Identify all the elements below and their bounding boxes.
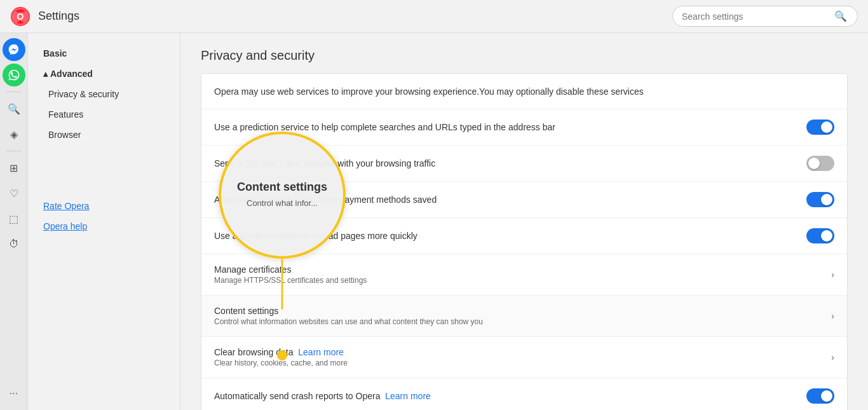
news-button[interactable]: ◈ bbox=[3, 123, 25, 146]
search-box[interactable]: 🔍 bbox=[672, 6, 858, 27]
row-text-prediction-address: Use a prediction service to help complet… bbox=[214, 122, 806, 132]
crash-reports-learn-more-link[interactable]: Learn more bbox=[385, 391, 431, 401]
more-button[interactable]: ··· bbox=[3, 382, 25, 405]
nav-sidebar: Basic ▴ Advanced Privacy & security Feat… bbox=[28, 33, 180, 410]
whatsapp-button[interactable] bbox=[3, 64, 25, 86]
svg-text:O: O bbox=[17, 11, 24, 22]
row-text-manage-certs: Manage certificates Manage HTTPS/SSL cer… bbox=[214, 264, 831, 285]
content-area: Content settings Control what infor... P… bbox=[180, 33, 868, 410]
opera-logo: O bbox=[10, 6, 31, 27]
topbar: O Settings 🔍 bbox=[0, 0, 868, 33]
section-title: Privacy and security bbox=[201, 48, 848, 63]
history-button[interactable]: ⏱ bbox=[3, 233, 25, 256]
arrow-right-clear: › bbox=[831, 352, 834, 362]
apps-button[interactable]: ⊞ bbox=[3, 156, 25, 179]
toggle-payment-methods[interactable] bbox=[806, 192, 834, 207]
row-text-content-settings: Content settings Control what informatio… bbox=[214, 306, 831, 326]
settings-row-prediction-address: Use a prediction service to help complet… bbox=[201, 109, 847, 146]
sidebar-item-basic[interactable]: Basic bbox=[28, 43, 180, 64]
toggle-prediction-address[interactable] bbox=[806, 120, 834, 135]
sidebar-item-advanced[interactable]: ▴ Advanced bbox=[28, 64, 180, 84]
search-input[interactable] bbox=[682, 11, 834, 22]
toggle-do-not-track[interactable] bbox=[806, 156, 834, 171]
toggle-prediction-load[interactable] bbox=[806, 228, 834, 243]
row-text-payment-methods: Allow sites to check if you have payment… bbox=[214, 195, 806, 205]
toggle-crash-reports[interactable] bbox=[806, 388, 834, 404]
sidebar-item-features[interactable]: Features bbox=[28, 104, 180, 125]
settings-row-clear-browsing[interactable]: Clear browsing data Learn more Clear his… bbox=[201, 337, 847, 378]
settings-row-prediction-load: Use a prediction service to load pages m… bbox=[201, 218, 847, 254]
settings-row-crash-reports: Automatically send crash reports to Oper… bbox=[201, 378, 847, 410]
snapshot-button[interactable]: ⬚ bbox=[3, 207, 25, 230]
toggle-slider-dnt bbox=[806, 156, 834, 171]
settings-card: Opera may use web services to improve yo… bbox=[201, 73, 848, 410]
messenger-button[interactable] bbox=[3, 38, 25, 61]
toggle-slider bbox=[806, 120, 834, 135]
row-text-clear-browsing: Clear browsing data Learn more Clear his… bbox=[214, 347, 831, 367]
row-text-web-services: Opera may use web services to improve yo… bbox=[214, 86, 834, 97]
settings-row-web-services: Opera may use web services to improve yo… bbox=[201, 74, 847, 109]
toggle-slider-payment bbox=[806, 192, 834, 207]
row-text-do-not-track: Send a "Do Not Track" request with your … bbox=[214, 158, 806, 168]
settings-row-payment-methods: Allow sites to check if you have payment… bbox=[201, 182, 847, 218]
settings-row-manage-certs[interactable]: Manage certificates Manage HTTPS/SSL cer… bbox=[201, 254, 847, 296]
toggle-slider-load bbox=[806, 228, 834, 243]
opera-help-link[interactable]: Opera help bbox=[28, 216, 180, 236]
search-sidebar-button[interactable]: 🔍 bbox=[3, 97, 25, 120]
rate-opera-link[interactable]: Rate Opera bbox=[28, 196, 180, 216]
row-text-prediction-load: Use a prediction service to load pages m… bbox=[214, 231, 806, 241]
toggle-slider-crash bbox=[806, 388, 834, 404]
arrow-right-content: › bbox=[831, 311, 834, 321]
main-layout: 🔍 ◈ ⊞ ♡ ⬚ ⏱ ··· Basic ▴ Advanced Privacy… bbox=[0, 33, 868, 410]
clear-browsing-learn-more-link[interactable]: Learn more bbox=[298, 347, 344, 357]
row-text-crash-reports: Automatically send crash reports to Oper… bbox=[214, 391, 806, 401]
chevron-up-icon: ▴ bbox=[43, 69, 48, 79]
page-title: Settings bbox=[38, 10, 672, 23]
arrow-right-certs: › bbox=[831, 270, 834, 280]
settings-row-content-settings[interactable]: Content settings Control what informatio… bbox=[201, 296, 847, 337]
divider-1 bbox=[6, 92, 22, 92]
icon-sidebar: 🔍 ◈ ⊞ ♡ ⬚ ⏱ ··· bbox=[0, 33, 28, 410]
search-icon: 🔍 bbox=[834, 10, 847, 22]
divider-2 bbox=[6, 151, 22, 151]
sidebar-item-privacy[interactable]: Privacy & security bbox=[28, 84, 180, 104]
sidebar-item-browser[interactable]: Browser bbox=[28, 125, 180, 145]
bookmarks-button[interactable]: ♡ bbox=[3, 182, 25, 205]
settings-row-do-not-track: Send a "Do Not Track" request with your … bbox=[201, 146, 847, 182]
